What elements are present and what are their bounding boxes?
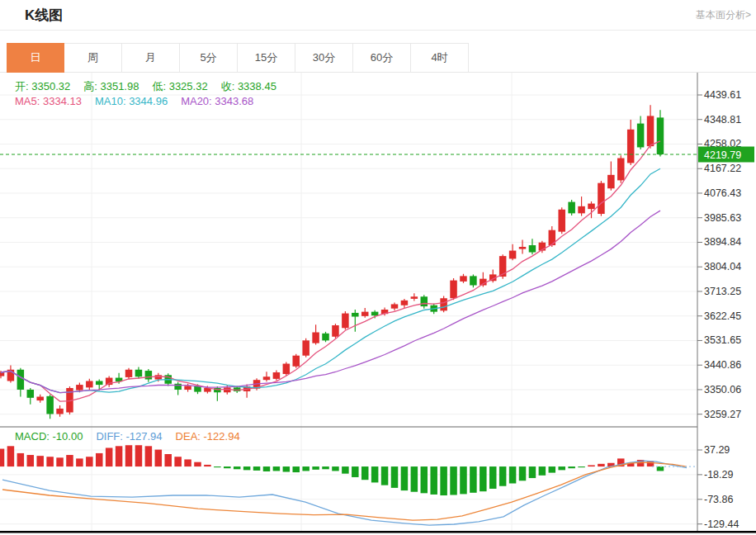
- macd-histogram-bar: [106, 447, 113, 466]
- macd-axis-label: 37.29: [704, 444, 730, 456]
- macd-histogram-bar: [76, 458, 83, 466]
- macd-histogram-bar: [450, 466, 457, 495]
- candle-body: [421, 296, 428, 306]
- macd-histogram-bar: [578, 466, 585, 467]
- candle-body: [588, 204, 595, 210]
- candle-body: [657, 117, 664, 154]
- price-axis-label: 3985.63: [704, 212, 741, 224]
- tab-5min[interactable]: 5分: [180, 43, 238, 73]
- kline-widget: K线图 基本面分析> 日周月5分15分30分60分4时 4439.614348.…: [0, 0, 756, 535]
- tab-week[interactable]: 周: [64, 43, 122, 73]
- current-price-tag-label: 4219.79: [704, 149, 741, 161]
- period-tabbar: 日周月5分15分30分60分4时: [7, 43, 469, 73]
- macd-histogram-bar: [194, 462, 201, 466]
- macd-histogram-bar: [421, 466, 428, 493]
- fundamental-analysis-link[interactable]: 基本面分析>: [696, 8, 751, 22]
- macd-histogram-bar: [96, 453, 103, 466]
- macd-histogram-bar: [430, 466, 437, 495]
- macd-histogram-bar: [440, 466, 447, 495]
- macd-histogram-bar: [17, 453, 25, 466]
- price-axis-label: 3440.86: [704, 359, 741, 371]
- tab-15min[interactable]: 15分: [238, 43, 295, 73]
- tab-day[interactable]: 日: [7, 43, 64, 73]
- macd-histogram-bar: [391, 466, 399, 488]
- candle-body: [0, 372, 4, 376]
- macd-axis-label: -129.44: [704, 518, 739, 530]
- candle-body: [352, 313, 359, 317]
- candle-body: [607, 175, 615, 188]
- header-divider: [0, 30, 756, 31]
- price-axis-label: 3350.06: [704, 384, 741, 395]
- macd-histogram-bar: [224, 466, 231, 468]
- price-axis-label: 4348.81: [704, 114, 741, 125]
- macd-histogram-bar: [214, 466, 221, 467]
- kline-chart[interactable]: 4439.614348.814258.024167.224076.433985.…: [0, 73, 756, 535]
- macd-histogram-bar: [332, 466, 339, 471]
- macd-histogram-bar: [302, 466, 309, 471]
- macd-histogram-bar: [558, 466, 565, 470]
- macd-histogram-bar: [361, 466, 369, 480]
- candle-body: [322, 334, 329, 341]
- page-title: K线图: [25, 6, 63, 25]
- price-axis-label: 3804.04: [704, 261, 741, 272]
- macd-histogram-bar: [460, 466, 467, 494]
- macd-histogram-bar: [539, 466, 546, 476]
- candle-body: [558, 210, 565, 232]
- macd-histogram-bar: [293, 466, 300, 472]
- macd-histogram-bar: [312, 466, 319, 470]
- ma5-line: [1, 141, 660, 401]
- legend-item-ma5: MA5: 3334.13: [15, 95, 82, 107]
- legend-item-ma20: MA20: 3343.68: [181, 95, 253, 107]
- candle-body: [86, 381, 93, 387]
- macd-histogram-bar: [184, 459, 191, 466]
- macd-histogram-bar: [549, 466, 556, 473]
- candle-body: [361, 312, 369, 316]
- candle-body: [96, 381, 103, 385]
- candle-body: [27, 390, 35, 398]
- tab-month[interactable]: 月: [122, 43, 180, 73]
- candle-body: [302, 340, 309, 355]
- candle-body: [598, 183, 605, 214]
- macd-histogram-bar: [529, 466, 536, 478]
- legend-item-open: 开: 3350.32: [15, 80, 70, 92]
- legend-item-ma10: MA10: 3344.96: [95, 95, 168, 107]
- macd-histogram-bar: [86, 457, 93, 466]
- candle-body: [627, 130, 635, 163]
- macd-histogram-bar: [135, 445, 143, 466]
- macd-histogram-bar: [322, 466, 329, 469]
- ohlc-legend: 开: 3350.32高: 3351.98低: 3325.32收: 3338.45: [15, 79, 290, 94]
- macd-histogram-bar: [36, 456, 44, 466]
- macd-histogram-bar: [657, 466, 664, 471]
- candle-body: [145, 371, 153, 379]
- macd-histogram-bar: [283, 466, 291, 471]
- candle-body: [312, 333, 319, 343]
- macd-histogram-bar: [27, 455, 35, 466]
- candle-body: [76, 385, 83, 391]
- macd-histogram-bar: [401, 466, 409, 490]
- candle-body: [617, 159, 625, 181]
- macd-histogram-bar: [243, 466, 251, 470]
- candle-body: [391, 304, 399, 308]
- candle-body: [174, 384, 182, 390]
- candle-body: [224, 387, 231, 392]
- price-axis-label: 3622.45: [704, 310, 741, 322]
- macd-histogram-bar: [568, 466, 575, 468]
- candle-body: [371, 312, 379, 316]
- macd-histogram-bar: [125, 445, 133, 466]
- macd-histogram-bar: [263, 466, 271, 471]
- candle-body: [450, 281, 457, 299]
- macd-histogram-bar: [588, 465, 595, 466]
- legend-item-dea: DEA: -122.94: [176, 430, 240, 443]
- tab-4hour[interactable]: 4时: [411, 43, 469, 73]
- macd-histogram-bar: [234, 466, 241, 469]
- candle-body: [155, 375, 163, 379]
- macd-histogram-bar: [204, 465, 211, 466]
- macd-histogram-bar: [509, 466, 517, 483]
- macd-histogram-bar: [155, 450, 163, 466]
- candle-body: [509, 251, 517, 259]
- tab-30min[interactable]: 30分: [295, 43, 353, 73]
- tab-60min[interactable]: 60分: [353, 43, 411, 73]
- candle-body: [460, 276, 467, 282]
- candle-body: [135, 370, 143, 377]
- price-axis-label: 3894.84: [704, 236, 741, 248]
